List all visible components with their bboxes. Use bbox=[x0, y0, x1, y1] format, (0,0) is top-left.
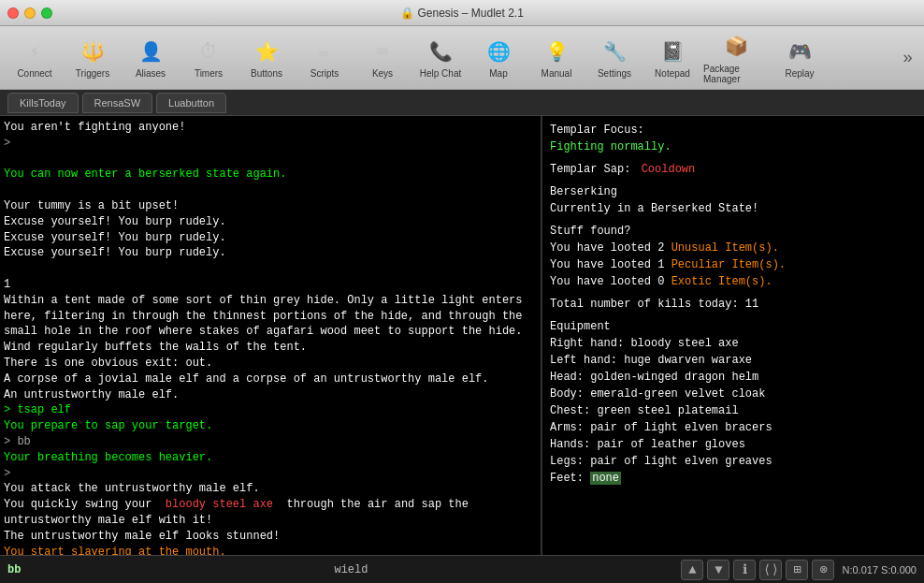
window-title: 🔒 Genesis – Mudlet 2.1 bbox=[400, 7, 524, 20]
toolbar-manual[interactable]: 💡 Manual bbox=[529, 31, 584, 85]
scripts-label: Scripts bbox=[310, 68, 339, 79]
timers-label: Timers bbox=[195, 68, 223, 79]
toolbar-replay[interactable]: 🎮 Replay bbox=[772, 31, 827, 85]
templar-focus-section: Templar Focus: Fighting normally. bbox=[550, 122, 917, 155]
game-line: A corpse of a jovial male elf and a corp… bbox=[4, 372, 537, 387]
minimize-button[interactable] bbox=[24, 7, 36, 19]
aliases-icon: 👤 bbox=[136, 36, 166, 66]
scroll-down-button[interactable]: ▼ bbox=[707, 560, 729, 580]
game-line: here, filtering in through the thinnest … bbox=[4, 309, 537, 325]
game-line: You prepare to sap your target. bbox=[4, 418, 537, 434]
equip-hands: Hands: pair of leather gloves bbox=[550, 436, 917, 453]
stuff-found-section: Stuff found? You have looted 2 Unusual I… bbox=[550, 223, 917, 290]
bottom-center-text: wield bbox=[28, 563, 673, 576]
toolbar-buttons[interactable]: ⭐ Buttons bbox=[239, 31, 294, 85]
toolbar-more-button[interactable]: » bbox=[899, 45, 917, 71]
map-icon: 🌐 bbox=[484, 36, 513, 66]
game-line: You start slavering at the mouth. bbox=[4, 545, 537, 555]
berserking-label: Berserking bbox=[550, 183, 917, 200]
kills-label: Total number of kills today: 11 bbox=[550, 298, 758, 311]
equip-legs: Legs: pair of light elven greaves bbox=[550, 453, 917, 470]
kills-section: Total number of kills today: 11 bbox=[550, 296, 917, 313]
manual-label: Manual bbox=[541, 68, 572, 79]
templar-focus-value: Fighting normally. bbox=[550, 140, 671, 153]
game-line: > bbox=[4, 136, 537, 152]
equipment-section: Equipment Right hand: bloody steel axe L… bbox=[550, 318, 917, 487]
toolbar-keys[interactable]: ⌨️ Keys bbox=[355, 31, 410, 85]
map-label: Map bbox=[489, 68, 507, 79]
toolbar-scripts[interactable]: ✏️ Scripts bbox=[297, 31, 352, 85]
toolbar-package-manager[interactable]: 📦 Package Manager bbox=[703, 31, 769, 85]
package-manager-label: Package Manager bbox=[703, 64, 769, 84]
toolbar-settings[interactable]: 🔧 Settings bbox=[587, 31, 642, 85]
settings-label: Settings bbox=[598, 68, 631, 79]
loot-line-1: You have looted 2 Unusual Item(s). bbox=[550, 240, 917, 256]
status-panel: Templar Focus: Fighting normally. Templa… bbox=[542, 116, 924, 555]
bottom-left-text: bb bbox=[7, 563, 21, 576]
game-line: The untrustworthy male elf looks stunned… bbox=[4, 529, 537, 545]
aliases-label: Aliases bbox=[136, 68, 166, 79]
scroll-up-button[interactable]: ▲ bbox=[681, 560, 703, 580]
timers-icon: ⏱ bbox=[194, 36, 224, 66]
game-line: 1 bbox=[4, 277, 537, 293]
equip-left-hand: Left hand: huge dwarven waraxe bbox=[550, 352, 917, 369]
help-chat-label: Help Chat bbox=[420, 68, 461, 79]
berserking-value: Currently in a Berserked State! bbox=[550, 200, 917, 217]
equip-head: Head: golden-winged dragon helm bbox=[550, 369, 917, 386]
tab-kills-today[interactable]: KillsToday bbox=[7, 93, 79, 113]
triggers-label: Triggers bbox=[76, 68, 109, 79]
game-line: There is one obvious exit: out. bbox=[4, 356, 537, 372]
buttons-icon: ⭐ bbox=[252, 36, 282, 66]
game-line: An untrustworthy male elf. bbox=[4, 387, 537, 403]
info-button[interactable]: ℹ bbox=[733, 560, 756, 580]
game-line: small hole in the roof where stakes of a… bbox=[4, 324, 537, 340]
game-line bbox=[4, 182, 537, 198]
game-line: Wind regularly buffets the walls of the … bbox=[4, 340, 537, 356]
game-line: Within a tent made of some sort of thin … bbox=[4, 293, 537, 309]
replay-label: Replay bbox=[785, 68, 814, 79]
settings-icon: 🔧 bbox=[599, 36, 629, 66]
buttons-label: Buttons bbox=[251, 68, 282, 79]
game-line: untrustworthy male elf with it! bbox=[4, 513, 537, 529]
toolbar-timers[interactable]: ⏱ Timers bbox=[181, 31, 236, 85]
toolbar-connect[interactable]: ⚡ Connect bbox=[7, 31, 62, 85]
game-line: Your breathing becomes heavier. bbox=[4, 450, 537, 466]
equip-body: Body: emerald-green velvet cloak bbox=[550, 386, 917, 402]
toolbar-map[interactable]: 🌐 Map bbox=[471, 31, 526, 85]
triggers-icon: 🔱 bbox=[78, 36, 108, 66]
game-line bbox=[4, 152, 537, 168]
bottom-bar: bb wield ▲ ▼ ℹ ⟨⟩ ⊞ ⊗ N:0.017 S:0.000 bbox=[0, 555, 924, 583]
templar-sap-value: Cooldown bbox=[642, 163, 696, 176]
close-button[interactable] bbox=[7, 7, 19, 19]
maximize-button[interactable] bbox=[41, 7, 52, 19]
game-line bbox=[4, 261, 537, 277]
equip-feet: Feet: none bbox=[550, 470, 917, 487]
close-panel-button[interactable]: ⊗ bbox=[812, 560, 834, 580]
network-status: N:0.017 S:0.000 bbox=[842, 564, 917, 576]
toolbar-triggers[interactable]: 🔱 Triggers bbox=[65, 31, 120, 85]
toolbar-aliases[interactable]: 👤 Aliases bbox=[123, 31, 178, 85]
game-line: You attack the untrustworthy male elf. bbox=[4, 481, 537, 497]
game-line: Your tummy is a bit upset! bbox=[4, 198, 537, 214]
game-line: > bb bbox=[4, 434, 537, 450]
game-line: > bbox=[4, 466, 537, 482]
connect-icon: ⚡ bbox=[20, 36, 50, 66]
keys-icon: ⌨️ bbox=[368, 36, 397, 66]
equipment-label: Equipment bbox=[550, 318, 917, 335]
tab-lua-button[interactable]: Luabutton bbox=[156, 93, 226, 113]
connect-label: Connect bbox=[17, 68, 51, 79]
equip-arms: Arms: pair of light elven bracers bbox=[550, 419, 917, 436]
toolbar-notepad[interactable]: 📓 Notepad bbox=[645, 31, 700, 85]
grid-button[interactable]: ⊞ bbox=[786, 560, 808, 580]
notepad-label: Notepad bbox=[655, 68, 690, 79]
loot-line-2: You have looted 1 Peculiar Item(s). bbox=[550, 256, 917, 273]
game-line: You quickly swing your bloody steel axe … bbox=[4, 497, 537, 513]
toolbar-help-chat[interactable]: 📞 Help Chat bbox=[413, 31, 468, 85]
game-output-panel[interactable]: You aren't fighting anyone! > You can no… bbox=[0, 116, 542, 555]
tab-rensa-sw[interactable]: RensaSW bbox=[82, 93, 153, 113]
game-line: Excuse yourself! You burp rudely. bbox=[4, 214, 537, 230]
replay-icon: 🎮 bbox=[785, 36, 815, 66]
toggle-button[interactable]: ⟨⟩ bbox=[759, 560, 782, 580]
title-bar: 🔒 Genesis – Mudlet 2.1 bbox=[0, 0, 924, 26]
manual-icon: 💡 bbox=[541, 36, 571, 66]
